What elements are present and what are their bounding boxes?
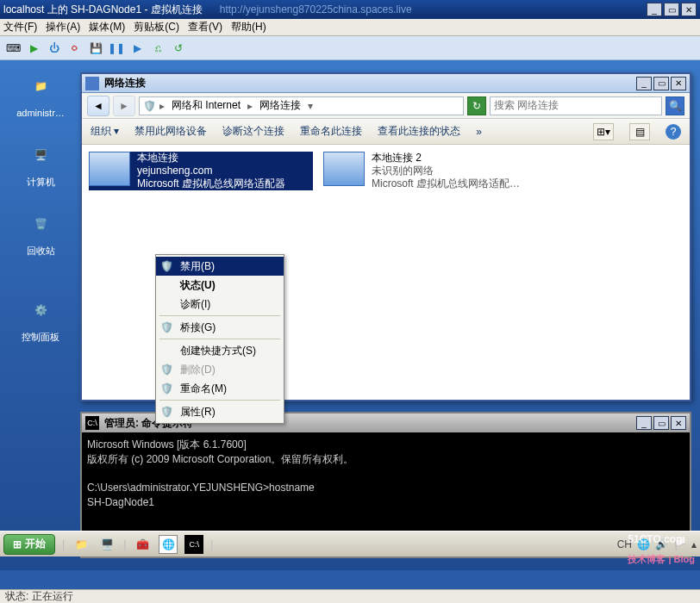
search-button[interactable]: 🔍	[666, 96, 684, 115]
address-bar: ◄ ► 🛡️ ▸ 网络和 Internet ▸ 网络连接 ▾ ↻ 搜索 网络连接…	[82, 93, 690, 119]
menu-file[interactable]: 文件(F)	[3, 20, 37, 34]
turnoff-icon[interactable]: ⏻	[47, 40, 62, 56]
help-icon[interactable]: ?	[666, 124, 681, 140]
terminal-output[interactable]: Microsoft Windows [版本 6.1.7600] 版权所有 (c)…	[82, 432, 690, 515]
shutdown-icon[interactable]: ⭘	[67, 40, 83, 56]
conn1-adapter: Microsoft 虚拟机总线网络适配器	[137, 177, 285, 190]
shield-icon: 🛡️	[159, 382, 173, 395]
search-input[interactable]: 搜索 网络连接	[490, 96, 662, 115]
conn2-name: 本地连接 2	[372, 152, 520, 165]
view-dropdown[interactable]: ⊞▾	[593, 123, 614, 140]
vm-title: localhost 上的 SH-DAGNode1 - 虚拟机连接	[3, 3, 203, 16]
vm-toolbar: ⌨ ▶ ⏻ ⭘ 💾 ❚❚ ▶ ⎌ ↺	[0, 36, 700, 60]
more-cmd[interactable]: »	[476, 126, 482, 138]
shield-icon: 🛡️	[159, 363, 173, 376]
start-button[interactable]: ⊞ 开始	[3, 534, 55, 555]
task-server-manager[interactable]: 🧰	[133, 535, 152, 554]
connection-item-local2[interactable]: 本地连接 2 未识别的网络 Microsoft 虚拟机总线网络适配…	[323, 152, 547, 190]
start-icon[interactable]: ▶	[26, 40, 41, 56]
pause-icon[interactable]: ❚❚	[109, 40, 124, 56]
ctx-disable[interactable]: 🛡️ 禁用(B)	[156, 257, 284, 276]
conn1-name: 本地连接	[137, 152, 285, 165]
nic-icon	[323, 152, 365, 186]
reset-icon[interactable]: ▶	[129, 40, 145, 56]
refresh-button[interactable]: ↻	[467, 96, 486, 115]
snapshot-icon[interactable]: ⎌	[150, 40, 166, 56]
breadcrumb-root[interactable]: 网络和 Internet	[168, 98, 244, 113]
netwin-titlebar[interactable]: 网络连接 _ ▭ ✕	[82, 74, 690, 93]
ctx-shortcut[interactable]: 创建快捷方式(S)	[156, 341, 284, 360]
menu-clipboard[interactable]: 剪贴板(C)	[134, 20, 179, 34]
menu-view[interactable]: 查看(V)	[188, 20, 222, 34]
nic-icon	[89, 152, 130, 186]
conn1-domain: yejunsheng.com	[137, 165, 285, 177]
conn2-adapter: Microsoft 虚拟机总线网络适配…	[372, 177, 520, 190]
menu-media[interactable]: 媒体(M)	[89, 20, 125, 34]
diagnose-cmd[interactable]: 诊断这个连接	[222, 124, 284, 139]
ctx-delete: 🛡️ 删除(D)	[156, 360, 284, 379]
trash-icon: 🗑️	[23, 207, 58, 241]
preview-pane-button[interactable]: ▤	[629, 123, 650, 140]
ctx-rename[interactable]: 🛡️ 重命名(M)	[156, 379, 284, 398]
cmdwin-close-button[interactable]: ✕	[671, 416, 686, 430]
breadcrumb-leaf[interactable]: 网络连接	[256, 98, 304, 113]
shield-icon: 🛡️	[159, 259, 173, 273]
ql-explorer[interactable]: 📁	[72, 535, 91, 554]
desktop-icon-recycle[interactable]: 🗑️ 回收站	[10, 207, 71, 258]
cmdwin-minimize-button[interactable]: _	[636, 416, 652, 430]
ctx-status[interactable]: 状态(U)	[156, 276, 284, 295]
ql-desktop[interactable]: 🖥️	[97, 535, 116, 554]
netwin-maximize-button[interactable]: ▭	[653, 77, 669, 90]
folder-icon: 📁	[23, 69, 58, 103]
desktop-icon-admin[interactable]: 📁 administr…	[10, 69, 71, 119]
menu-action[interactable]: 操作(A)	[46, 20, 80, 34]
networking-icon	[85, 77, 99, 90]
revert-icon[interactable]: ↺	[171, 40, 186, 56]
minimize-button[interactable]: _	[647, 3, 662, 16]
view-status-cmd[interactable]: 查看此连接的状态	[378, 124, 460, 139]
connection-context-menu: 🛡️ 禁用(B) 状态(U) 诊断(I) 🛡️ 桥接(G) 创建快捷方式(S) …	[155, 254, 284, 424]
windows-logo-icon: ⊞	[13, 538, 22, 550]
vm-statusbar: 状态: 正在运行	[0, 589, 700, 603]
desktop-icon-controlpanel[interactable]: ⚙️ 控制面板	[10, 293, 71, 344]
controlpanel-crumb-icon: 🛡️	[143, 100, 156, 112]
netwin-minimize-button[interactable]: _	[636, 77, 652, 90]
watermark: 51CTO.com 技术博客 | Blog	[628, 527, 695, 567]
desktop-icon-computer[interactable]: 🖥️ 计算机	[10, 138, 71, 189]
netwin-close-button[interactable]: ✕	[671, 77, 686, 90]
task-network[interactable]: 🌐	[159, 535, 178, 554]
cmdwin-maximize-button[interactable]: ▭	[653, 416, 669, 430]
task-cmd[interactable]: C:\	[184, 535, 203, 554]
ctx-diagnose[interactable]: 诊断(I)	[156, 295, 284, 314]
breadcrumb[interactable]: 🛡️ ▸ 网络和 Internet ▸ 网络连接 ▾	[139, 96, 464, 115]
forward-button[interactable]: ►	[113, 96, 135, 116]
save-icon[interactable]: 💾	[88, 40, 103, 56]
shield-icon: 🛡️	[159, 405, 173, 419]
conn2-status: 未识别的网络	[372, 165, 520, 177]
close-button[interactable]: ✕	[681, 3, 697, 16]
cmd-icon: C:\	[85, 416, 99, 430]
ctrl-alt-del-icon[interactable]: ⌨	[5, 40, 21, 56]
controlpanel-icon: ⚙️	[23, 293, 58, 327]
back-button[interactable]: ◄	[87, 96, 109, 116]
ctx-properties[interactable]: 🛡️ 属性(R)	[156, 402, 284, 421]
vm-window-titlebar: localhost 上的 SH-DAGNode1 - 虚拟机连接 http://…	[0, 0, 700, 19]
organize-menu[interactable]: 组织 ▾	[91, 124, 119, 139]
computer-icon: 🖥️	[23, 138, 58, 172]
ctx-bridge[interactable]: 🛡️ 桥接(G)	[156, 318, 284, 337]
watermark-url: http://yejunsheng870225china.spaces.live	[220, 3, 412, 16]
maximize-button[interactable]: ▭	[664, 3, 679, 16]
menu-help[interactable]: 帮助(H)	[231, 20, 266, 34]
disable-device-cmd[interactable]: 禁用此网络设备	[134, 124, 207, 139]
connection-item-local1[interactable]: 本地连接 yejunsheng.com Microsoft 虚拟机总线网络适配器	[89, 152, 313, 190]
shield-icon: 🛡️	[159, 320, 173, 334]
taskbar: ⊞ 开始 | 📁 🖥️ | 🧰 🌐 C:\ | CH 🌐 🔊 🏳️ ▴	[0, 531, 700, 556]
guest-desktop: 📁 administr… 🖥️ 计算机 🗑️ 回收站 ⚙️ 控制面板 网络连接 …	[0, 60, 700, 570]
command-bar: 组织 ▾ 禁用此网络设备 诊断这个连接 重命名此连接 查看此连接的状态 » ⊞▾…	[82, 119, 690, 145]
rename-cmd[interactable]: 重命名此连接	[300, 124, 362, 139]
vm-menubar: 文件(F) 操作(A) 媒体(M) 剪贴板(C) 查看(V) 帮助(H)	[0, 19, 700, 36]
